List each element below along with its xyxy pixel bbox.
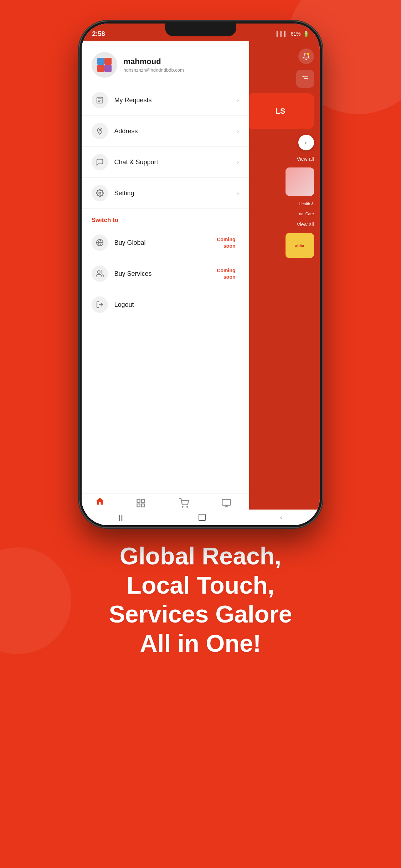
chat-support-icon [92, 154, 108, 170]
svg-point-24 [187, 506, 187, 507]
menu-item-address[interactable]: Address › [82, 116, 249, 147]
android-recents-icon[interactable]: ‹ [280, 514, 282, 521]
svg-rect-5 [97, 58, 104, 65]
svg-point-4 [306, 78, 308, 79]
svg-rect-20 [142, 499, 145, 502]
profile-email: hdhshzhzh@hdndndbdb.com [124, 67, 184, 73]
buy-services-icon [92, 265, 108, 282]
svg-rect-6 [104, 58, 112, 65]
filter-icon[interactable] [296, 70, 314, 88]
android-home-icon[interactable] [199, 514, 206, 521]
android-nav-bar: ||| ‹ [82, 510, 320, 525]
my-requests-label: My Requests [114, 97, 237, 104]
promo-card: LS [247, 93, 314, 129]
svg-point-23 [182, 506, 183, 507]
store-logo: ahlia [286, 233, 314, 258]
product-image [286, 167, 314, 196]
phone-notch [165, 24, 236, 36]
address-label: Address [114, 128, 237, 135]
svg-rect-8 [104, 65, 112, 72]
home-icon [95, 496, 105, 509]
category-label-1: Health & [247, 202, 314, 206]
svg-point-17 [97, 271, 100, 273]
cart-icon [179, 498, 189, 511]
svg-rect-25 [222, 499, 231, 505]
battery-icon: 🔋 [303, 31, 309, 37]
buy-global-icon [92, 234, 108, 251]
profile-name: mahmoud [124, 57, 184, 66]
setting-chevron-icon: › [237, 190, 239, 196]
my-requests-icon [92, 92, 108, 108]
phone-mockup: 2:58 ▎▎▎ 61% 🔋 [79, 21, 322, 527]
menu-item-setting[interactable]: Setting › [82, 178, 249, 209]
address-chevron-icon: › [237, 128, 239, 134]
status-time: 2:58 [92, 30, 105, 38]
address-icon [92, 123, 108, 139]
view-all-label-1[interactable]: View all [247, 156, 314, 162]
profile-header[interactable]: mahmoud hdhshzhzh@hdndndbdb.com [82, 41, 249, 85]
svg-point-14 [99, 192, 101, 194]
switch-to-label: Switch to [82, 209, 249, 227]
status-icons: ▎▎▎ 61% 🔋 [277, 31, 309, 37]
svg-point-13 [99, 129, 101, 131]
svg-point-0 [307, 53, 309, 55]
my-requests-chevron-icon: › [237, 97, 239, 103]
buy-global-label: Buy Global [114, 239, 217, 247]
setting-label: Setting [114, 190, 237, 197]
tagline-text: Global Reach, Local Touch, Services Galo… [109, 542, 292, 658]
menu-item-buy-services[interactable]: Buy Services Comingsoon [82, 258, 249, 289]
buy-services-label: Buy Services [114, 270, 217, 278]
svg-rect-7 [97, 65, 104, 72]
chat-support-chevron-icon: › [237, 159, 239, 165]
android-back-icon[interactable]: ||| [119, 514, 124, 521]
buy-global-coming-soon: Comingsoon [217, 236, 235, 249]
menu-item-my-requests[interactable]: My Requests › [82, 85, 249, 116]
categories-icon [136, 498, 146, 511]
svg-rect-19 [137, 499, 140, 502]
view-all-label-2[interactable]: View all [247, 222, 314, 227]
menu-item-chat-support[interactable]: Chat & Support › [82, 147, 249, 178]
svg-rect-22 [142, 504, 145, 507]
menu-item-buy-global[interactable]: Buy Global Comingsoon [82, 227, 249, 258]
svg-point-3 [302, 76, 304, 78]
logout-label: Logout [114, 301, 239, 309]
my-orders-icon [221, 498, 231, 511]
back-button[interactable]: ‹ [298, 135, 314, 150]
chat-support-label: Chat & Support [114, 159, 237, 166]
app-content: LS ‹ View all Health & nal Care View all… [82, 41, 320, 525]
category-label-2: nal Care [247, 212, 314, 216]
tagline-container: Global Reach, Local Touch, Services Galo… [87, 542, 313, 658]
profile-info: mahmoud hdhshzhzh@hdndndbdb.com [124, 57, 184, 73]
svg-rect-21 [137, 504, 140, 507]
background-app: LS ‹ View all Health & nal Care View all… [241, 41, 320, 525]
menu-list: My Requests › Address [82, 85, 249, 525]
battery-text: 61% [291, 31, 300, 37]
notification-bell-icon[interactable] [298, 48, 314, 64]
avatar [92, 52, 117, 78]
setting-icon [92, 185, 108, 201]
promo-text: LS [275, 107, 285, 116]
side-drawer: mahmoud hdhshzhzh@hdndndbdb.com [82, 41, 249, 525]
buy-services-coming-soon: Comingsoon [217, 267, 235, 280]
logout-icon [92, 296, 108, 313]
signal-icon: ▎▎▎ [277, 31, 288, 37]
menu-item-logout[interactable]: Logout [82, 289, 249, 320]
